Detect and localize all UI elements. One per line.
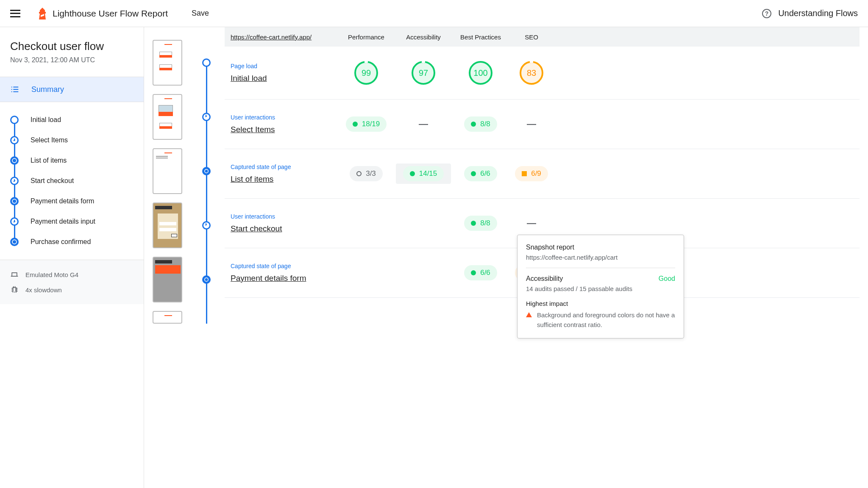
sidebar-step-list-of-items[interactable]: List of items bbox=[10, 150, 144, 171]
marker-snapshot-icon bbox=[202, 167, 211, 175]
badge-performance: 3/3 bbox=[350, 166, 383, 181]
list-icon bbox=[10, 85, 19, 94]
report-url[interactable]: https://coffee-cart.netlify.app/ bbox=[231, 33, 337, 41]
sidebar-step-select-items[interactable]: Select Items bbox=[10, 130, 144, 150]
gauge-seo: 83 bbox=[520, 61, 543, 85]
marker-timespan-icon bbox=[202, 221, 211, 230]
lighthouse-logo-icon bbox=[37, 8, 47, 19]
sidebar-summary[interactable]: Summary bbox=[0, 77, 144, 102]
badge-best-practices: 8/8 bbox=[464, 116, 497, 132]
save-button[interactable]: Save bbox=[192, 9, 209, 18]
throttle-row: 4x slowdown bbox=[10, 282, 134, 297]
menu-icon[interactable] bbox=[10, 10, 20, 17]
col-best-practices: Best Practices bbox=[451, 33, 510, 41]
col-performance: Performance bbox=[337, 33, 396, 41]
badge-best-practices: 8/8 bbox=[464, 216, 497, 231]
tooltip-rating: Good bbox=[659, 275, 675, 283]
dash: — bbox=[527, 218, 536, 229]
dash: — bbox=[419, 119, 428, 130]
sidebar-step-initial-load[interactable]: Initial load bbox=[10, 110, 144, 130]
gauge-best-practices: 100 bbox=[469, 61, 492, 85]
device-info: Emulated Moto G4 4x slowdown bbox=[0, 260, 144, 304]
tooltip-title: Snapshot report bbox=[526, 244, 675, 251]
sidebar: Checkout user flow Nov 3, 2021, 12:00 AM… bbox=[0, 27, 144, 488]
thumbnail-strip bbox=[144, 27, 216, 488]
report-row-list-of-items[interactable]: Captured state of page List of items 3/3… bbox=[225, 149, 860, 199]
sidebar-step-payment-form[interactable]: Payment details form bbox=[10, 191, 144, 211]
tooltip-snapshot-report: Snapshot report https://coffee-cart.netl… bbox=[517, 235, 684, 338]
summary-label: Summary bbox=[31, 85, 64, 94]
row-type-label: User interactions bbox=[231, 213, 337, 220]
marker-timespan-icon bbox=[202, 113, 211, 121]
badge-best-practices: 6/6 bbox=[464, 265, 497, 280]
badge-performance: 18/19 bbox=[346, 116, 387, 132]
marker-snapshot-icon bbox=[202, 275, 211, 284]
help-icon[interactable]: ? bbox=[762, 9, 771, 18]
report-row-select-items[interactable]: User interactions Select Items 18/19 — 8… bbox=[225, 100, 860, 149]
thumb-list-of-items[interactable] bbox=[153, 148, 208, 194]
row-type-label: Page load bbox=[231, 63, 337, 69]
devices-icon bbox=[10, 270, 19, 279]
report-table: https://coffee-cart.netlify.app/ Perform… bbox=[216, 27, 868, 488]
col-seo: SEO bbox=[510, 33, 553, 41]
tooltip-audits: 14 audits passed / 15 passable audits bbox=[526, 285, 675, 292]
thumb-select-items[interactable] bbox=[153, 94, 208, 140]
row-name: List of items bbox=[231, 175, 337, 184]
sidebar-step-purchase-confirmed[interactable]: Purchase confirmed bbox=[10, 232, 144, 252]
thumb-initial-load[interactable] bbox=[153, 40, 208, 86]
dash: — bbox=[527, 119, 536, 130]
warning-triangle-icon bbox=[526, 312, 532, 317]
understanding-flows-link[interactable]: Understanding Flows bbox=[778, 8, 858, 18]
thumb-payment-input[interactable] bbox=[153, 311, 208, 324]
gauge-accessibility: 97 bbox=[412, 61, 435, 85]
main: Checkout user flow Nov 3, 2021, 12:00 AM… bbox=[0, 27, 868, 488]
device-row: Emulated Moto G4 bbox=[10, 267, 134, 282]
flow-title: Checkout user flow bbox=[0, 40, 144, 56]
tooltip-impact-title: Highest impact bbox=[526, 300, 675, 307]
topbar: Lighthouse User Flow Report Save ? Under… bbox=[0, 0, 868, 27]
content: https://coffee-cart.netlify.app/ Perform… bbox=[144, 27, 868, 488]
tooltip-category: Accessibility bbox=[526, 275, 563, 283]
step-list: Initial load Select Items List of items … bbox=[0, 102, 144, 260]
tooltip-impact-text: Background and foreground colors do not … bbox=[537, 311, 675, 330]
thumb-payment-form[interactable] bbox=[153, 257, 208, 302]
sidebar-step-start-checkout[interactable]: Start checkout bbox=[10, 171, 144, 191]
marker-navigation-icon bbox=[202, 58, 211, 67]
row-name: Start checkout bbox=[231, 224, 337, 233]
row-type-label: Captured state of page bbox=[231, 164, 337, 170]
row-name: Payment details form bbox=[231, 274, 337, 283]
app-title: Lighthouse User Flow Report bbox=[53, 8, 168, 19]
col-accessibility: Accessibility bbox=[396, 33, 451, 41]
thumb-start-checkout[interactable] bbox=[153, 202, 208, 248]
cpu-icon bbox=[10, 286, 19, 294]
row-name: Initial load bbox=[231, 74, 337, 83]
badge-accessibility: 14/15 bbox=[403, 166, 444, 181]
gauge-performance: 99 bbox=[354, 61, 378, 85]
tooltip-url: https://coffee-cart.netlify.app/cart bbox=[526, 254, 675, 268]
flow-date: Nov 3, 2021, 12:00 AM UTC bbox=[0, 56, 144, 77]
badge-best-practices: 6/6 bbox=[464, 166, 497, 181]
badge-seo: 6/9 bbox=[515, 166, 548, 181]
row-type-label: User interactions bbox=[231, 114, 337, 121]
row-name: Select Items bbox=[231, 125, 337, 134]
report-header: https://coffee-cart.netlify.app/ Perform… bbox=[225, 27, 860, 47]
sidebar-step-payment-input[interactable]: Payment details input bbox=[10, 211, 144, 232]
report-row-initial-load[interactable]: Page load Initial load 99 97 100 83 bbox=[225, 47, 860, 100]
row-type-label: Captured state of page bbox=[231, 263, 337, 269]
